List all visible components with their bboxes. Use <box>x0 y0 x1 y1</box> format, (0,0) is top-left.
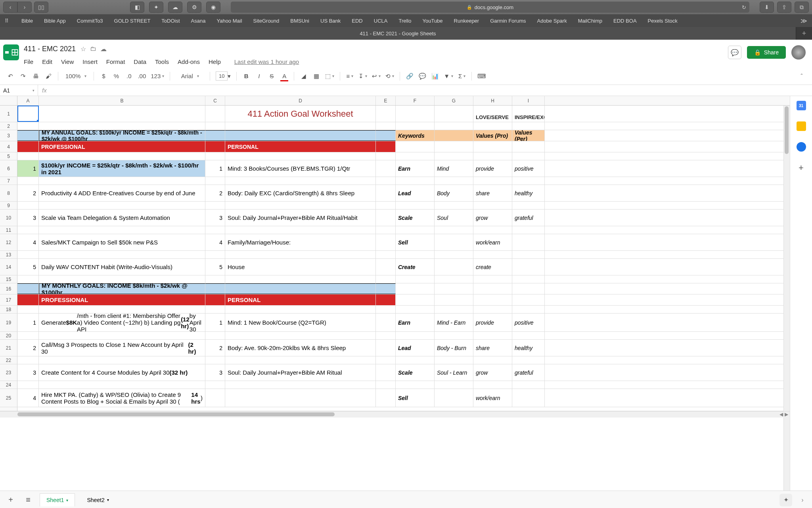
cell[interactable] <box>205 202 225 209</box>
cell[interactable] <box>435 259 473 275</box>
formula-input[interactable] <box>51 85 812 96</box>
halign-button[interactable]: ≡ <box>344 70 355 82</box>
cell[interactable] <box>225 130 376 141</box>
new-tab-button[interactable]: + <box>796 27 812 40</box>
row-header[interactable]: 24 <box>0 381 17 389</box>
addons-plus-icon[interactable]: + <box>799 163 804 173</box>
col-header[interactable]: F <box>396 96 435 105</box>
bookmark-item[interactable]: CommitTo3 <box>77 18 103 24</box>
cell[interactable] <box>512 152 545 160</box>
cell[interactable]: Body - Burn <box>435 340 473 356</box>
menu-view[interactable]: View <box>61 58 74 65</box>
row-header[interactable]: 9 <box>0 202 17 209</box>
cell[interactable] <box>205 106 225 122</box>
cell[interactable]: Soul: Daily Journal+Prayer+Bible AM Ritu… <box>225 364 376 381</box>
cell[interactable] <box>225 202 376 209</box>
row-header[interactable]: 12 <box>0 234 17 250</box>
cell[interactable] <box>376 177 396 185</box>
url-bar[interactable]: 🔒 docs.google.com ↻ <box>231 2 749 13</box>
row-header[interactable]: 8 <box>0 185 17 201</box>
cell[interactable]: positive <box>512 314 545 331</box>
row-header[interactable]: 19 <box>0 314 17 331</box>
cell[interactable]: Create Content for 4 Course Modules by A… <box>39 364 205 381</box>
cell[interactable] <box>205 356 225 364</box>
functions-button[interactable]: Σ <box>456 70 467 82</box>
col-header[interactable]: I <box>512 96 545 105</box>
cell[interactable] <box>39 106 205 122</box>
cell[interactable]: Create <box>396 259 435 275</box>
text-color-button[interactable]: A <box>279 70 290 82</box>
cell[interactable]: Earn <box>396 160 435 177</box>
calendar-icon[interactable] <box>797 101 806 110</box>
cell[interactable]: Soul: Daily Journal+Prayer+Bible AM Ritu… <box>225 210 376 226</box>
cell[interactable] <box>396 226 435 234</box>
undo-button[interactable]: ↶ <box>5 70 16 82</box>
cell[interactable] <box>396 306 435 313</box>
cell[interactable] <box>396 106 435 122</box>
cell[interactable] <box>225 177 376 185</box>
menu-edit[interactable]: Edit <box>42 58 52 65</box>
cell[interactable] <box>376 234 396 250</box>
cell[interactable] <box>396 202 435 209</box>
cell[interactable] <box>376 152 396 160</box>
cell[interactable] <box>17 381 39 389</box>
cell[interactable]: 4 <box>17 234 39 250</box>
cell[interactable] <box>435 202 473 209</box>
tabs-button[interactable]: ⧉ <box>795 2 809 13</box>
cell[interactable] <box>473 251 512 258</box>
cell[interactable] <box>17 177 39 185</box>
cell[interactable] <box>376 185 396 201</box>
sheet-tab-active[interactable]: Sheet1▾ <box>40 493 75 506</box>
cell[interactable]: Daily WAV CONTENT Habit (Write-Audio-Vis… <box>39 259 205 275</box>
cell[interactable] <box>512 381 545 389</box>
cell[interactable]: Scale <box>396 210 435 226</box>
cell[interactable] <box>225 389 376 407</box>
cell[interactable]: Body: Ave. 90k-20m-20klbs Wk & 8hrs Slee… <box>225 340 376 356</box>
cell[interactable]: work/earn <box>473 234 512 250</box>
ext-icon-4[interactable]: ⚙ <box>187 2 201 13</box>
borders-button[interactable]: ▦ <box>311 70 322 82</box>
cell[interactable] <box>205 130 225 141</box>
cell[interactable]: PROFESSIONAL <box>39 294 205 305</box>
cell[interactable]: provide <box>473 314 512 331</box>
bookmark-item[interactable]: Yahoo Mail <box>216 18 242 24</box>
cell[interactable]: Scale <box>396 364 435 381</box>
side-panel-toggle[interactable]: › <box>798 496 807 504</box>
dec-increase-button[interactable]: .00 <box>136 70 147 82</box>
comment-button[interactable]: 💬 <box>417 70 428 82</box>
cell[interactable] <box>376 356 396 364</box>
cell[interactable] <box>39 226 205 234</box>
dec-decrease-button[interactable]: .0 <box>123 70 134 82</box>
last-edit-link[interactable]: Last edit was 1 hour ago <box>234 58 299 65</box>
col-header[interactable]: A <box>17 96 39 105</box>
tasks-icon[interactable] <box>797 142 806 152</box>
link-button[interactable]: 🔗 <box>404 70 415 82</box>
doc-title[interactable]: 411 - EMC 2021 <box>24 45 76 53</box>
cell[interactable] <box>435 275 473 283</box>
cell[interactable]: healthy <box>512 185 545 201</box>
cell[interactable]: Soul <box>435 210 473 226</box>
cell[interactable] <box>376 389 396 407</box>
print-button[interactable]: 🖶 <box>30 70 41 82</box>
bookmark-item[interactable]: US Bank <box>320 18 341 24</box>
cell[interactable] <box>205 294 225 305</box>
cell[interactable] <box>435 251 473 258</box>
cell[interactable]: House <box>225 259 376 275</box>
cell[interactable]: Sales/MKT Campaign to Sell $50k new P&S <box>39 234 205 250</box>
forward-button[interactable]: › <box>17 2 32 13</box>
cell[interactable]: PROFESSIONAL <box>39 141 205 152</box>
cell[interactable] <box>17 141 39 152</box>
row-header[interactable]: 14 <box>0 259 17 275</box>
cell[interactable] <box>17 106 39 122</box>
cell[interactable] <box>225 275 376 283</box>
italic-button[interactable]: I <box>253 70 264 82</box>
cell[interactable]: Productivity 4 ADD Entre-Creatives Cours… <box>39 185 205 201</box>
cell[interactable] <box>512 356 545 364</box>
cell[interactable] <box>473 294 512 305</box>
cell[interactable] <box>512 226 545 234</box>
cell[interactable] <box>473 381 512 389</box>
cell[interactable] <box>205 177 225 185</box>
menu-format[interactable]: Format <box>106 58 125 65</box>
cell[interactable] <box>396 152 435 160</box>
cell[interactable] <box>435 234 473 250</box>
